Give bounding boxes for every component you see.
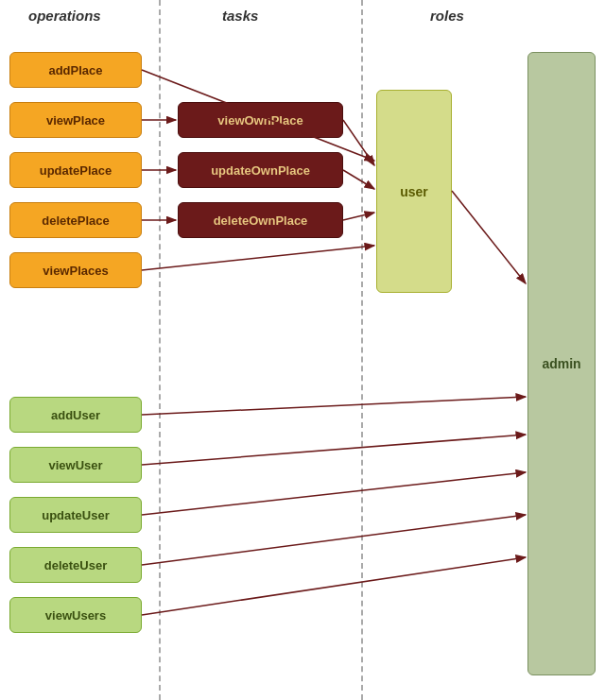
op-deleteUser: deleteUser <box>9 547 142 583</box>
op-viewPlaces: viewPlaces <box>9 252 142 288</box>
vline-2 <box>361 0 363 700</box>
task-updateOwnPlace: updateOwnPlace <box>178 152 343 188</box>
vline-1 <box>159 0 161 700</box>
op-deletePlace: deletePlace <box>9 202 142 238</box>
role-admin: admin <box>527 52 596 675</box>
svg-line-4 <box>343 170 374 189</box>
header-roles: roles <box>430 8 464 24</box>
svg-line-2 <box>343 120 374 165</box>
header-operations: operations <box>28 8 101 24</box>
op-viewUsers: viewUsers <box>9 597 142 633</box>
svg-line-11 <box>142 472 526 515</box>
svg-line-9 <box>142 397 526 415</box>
diagram: operations tasks roles addPlace viewPlac… <box>0 0 605 700</box>
svg-line-8 <box>452 191 526 283</box>
svg-line-6 <box>343 213 374 220</box>
op-viewUser: viewUser <box>9 447 142 483</box>
svg-line-7 <box>142 246 374 270</box>
op-updateUser: updateUser <box>9 497 142 533</box>
op-viewPlace: viewPlace <box>9 102 142 138</box>
task-deleteOwnPlace: deleteOwnPlace <box>178 202 343 238</box>
svg-line-13 <box>142 557 526 615</box>
task-viewOwnPlace: viewOwnPlace <box>178 102 343 138</box>
op-updatePlace: updatePlace <box>9 152 142 188</box>
svg-line-10 <box>142 435 526 465</box>
svg-line-12 <box>142 515 526 565</box>
op-addPlace: addPlace <box>9 52 142 88</box>
role-user: user <box>376 90 452 293</box>
header-tasks: tasks <box>222 8 258 24</box>
op-addUser: addUser <box>9 397 142 433</box>
